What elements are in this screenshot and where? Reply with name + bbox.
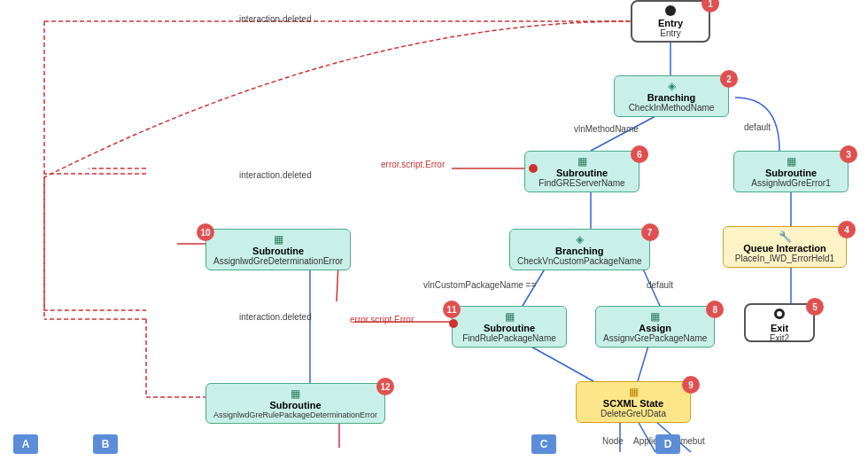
badge-1: 1 xyxy=(701,0,719,12)
subroutine3-icon: ▦ xyxy=(741,155,841,168)
subroutine11-subtitle: FindRulePackageName xyxy=(460,333,559,343)
corner-label-C: C xyxy=(531,434,556,454)
assign8-subtitle: AssignvGrePackageName xyxy=(603,333,707,343)
badge-6: 6 xyxy=(631,145,648,163)
badge-9: 9 xyxy=(682,376,700,394)
badge-5: 5 xyxy=(806,298,824,316)
corner-label-B: B xyxy=(93,434,118,454)
badge-2: 2 xyxy=(720,70,738,88)
node-subroutine6[interactable]: ▦ Subroutine FindGREServerName 6 xyxy=(524,151,639,192)
node-scxml9[interactable]: ▦ SCXML State DeleteGreUData 9 xyxy=(576,381,691,423)
subroutine6-icon: ▦ xyxy=(532,155,632,168)
subroutine12-title: Subroutine xyxy=(213,400,377,410)
node-subroutine10[interactable]: ▦ Subroutine AssignlwdGreDeterminationEr… xyxy=(205,229,351,270)
node-exit5[interactable]: Exit Exit2 5 xyxy=(744,303,815,342)
exit5-title: Exit xyxy=(749,323,810,333)
node-branching7[interactable]: ◈ Branching CheckVnCustomPackageName 7 xyxy=(509,229,650,270)
subroutine12-icon: ▦ xyxy=(213,387,377,400)
node-subroutine11[interactable]: ▦ Subroutine FindRulePackageName 11 xyxy=(452,306,567,348)
badge-12: 12 xyxy=(376,378,394,395)
badge-7: 7 xyxy=(641,223,659,241)
label-vlnCustomPackageName: vlnCustomPackageName == xyxy=(423,280,536,290)
subroutine11-title: Subroutine xyxy=(460,323,559,333)
subroutine12-subtitle: AssignlwdGreRulePackageDeterminationErro… xyxy=(213,410,377,419)
subroutine6-title: Subroutine xyxy=(532,168,632,178)
exit-dot xyxy=(774,309,785,319)
label-error-script2: error.script.Error xyxy=(350,315,414,324)
label-vlnMethodName: vlnMethodName xyxy=(574,124,639,134)
diagram-canvas: Entry Entry 1 ◈ Branching CheckInMethodN… xyxy=(0,0,868,461)
queue4-subtitle: PlaceIn_IWD_ErrorHeld1 xyxy=(731,254,839,263)
entry-title: Entry xyxy=(636,18,705,28)
badge-3: 3 xyxy=(840,145,857,163)
label-interaction-deleted-bot: interaction.deleted xyxy=(239,312,312,322)
branching7-icon: ◈ xyxy=(517,233,642,246)
branching7-title: Branching xyxy=(517,246,642,256)
connector-dot-6 xyxy=(529,164,538,173)
assign8-title: Assign xyxy=(603,323,707,333)
label-node: Node xyxy=(602,436,624,446)
queue4-icon: 🔧 xyxy=(731,230,839,243)
assign8-icon: ▦ xyxy=(603,310,707,323)
branching1-title: Branching xyxy=(622,92,721,103)
label-default1: default xyxy=(744,122,771,132)
badge-4: 4 xyxy=(838,221,856,238)
label-interaction-deleted-top: interaction.deleted xyxy=(239,14,312,24)
subroutine10-subtitle: AssignlwdGreDeterminationError xyxy=(213,256,343,266)
subroutine10-title: Subroutine xyxy=(213,246,343,256)
label-error-script1: error.script.Error xyxy=(381,160,445,169)
subroutine11-icon: ▦ xyxy=(460,310,559,323)
scxml9-subtitle: DeleteGreUData xyxy=(584,409,683,418)
corner-label-D: D xyxy=(655,434,680,454)
node-branching1[interactable]: ◈ Branching CheckInMethodName 2 xyxy=(614,75,729,117)
node-entry[interactable]: Entry Entry 1 xyxy=(631,0,710,43)
node-assign8[interactable]: ▦ Assign AssignvGrePackageName 8 xyxy=(595,306,715,348)
branching1-subtitle: CheckInMethodName xyxy=(622,103,721,113)
entry-dot xyxy=(665,5,676,16)
exit5-subtitle: Exit2 xyxy=(749,333,810,343)
branching-icon: ◈ xyxy=(622,80,721,92)
node-queue4[interactable]: 🔧 Queue Interaction PlaceIn_IWD_ErrorHel… xyxy=(723,226,847,268)
subroutine3-title: Subroutine xyxy=(741,168,841,178)
subroutine6-subtitle: FindGREServerName xyxy=(532,178,632,188)
subroutine10-icon: ▦ xyxy=(213,233,343,246)
badge-11: 11 xyxy=(443,301,461,318)
scxml9-icon: ▦ xyxy=(584,386,683,398)
node-subroutine3[interactable]: ▦ Subroutine AssignlwdGreError1 3 xyxy=(733,151,849,192)
label-interaction-deleted-mid: interaction.deleted xyxy=(239,170,312,180)
connector-dot-11 xyxy=(449,319,458,328)
corner-label-A: A xyxy=(13,434,38,454)
badge-8: 8 xyxy=(706,301,724,318)
branching7-subtitle: CheckVnCustomPackageName xyxy=(517,256,642,266)
queue4-title: Queue Interaction xyxy=(731,243,839,254)
node-subroutine12[interactable]: ▦ Subroutine AssignlwdGreRulePackageDete… xyxy=(205,383,385,424)
entry-subtitle: Entry xyxy=(636,28,705,38)
badge-10: 10 xyxy=(197,223,214,241)
label-default2: default xyxy=(647,280,673,290)
subroutine3-subtitle: AssignlwdGreError1 xyxy=(741,178,841,188)
scxml9-title: SCXML State xyxy=(584,398,683,409)
